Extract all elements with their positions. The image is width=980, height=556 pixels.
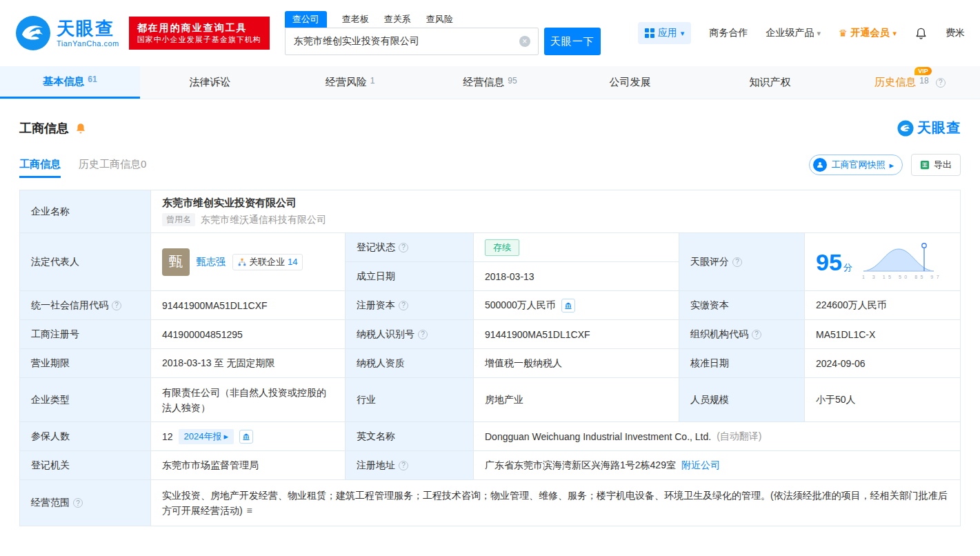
reg-no-label: 工商注册号	[20, 320, 151, 349]
help-icon[interactable]: ?	[112, 301, 121, 310]
search-tab-company[interactable]: 查公司	[285, 11, 327, 28]
english-name-cell: Dongguan Weichuang Industrial Investment…	[474, 422, 960, 451]
link-enterprise-products[interactable]: 企业级产品 ▾	[766, 27, 821, 39]
apps-grid-icon	[645, 28, 654, 38]
apps-button[interactable]: 应用 ▾	[638, 22, 692, 44]
score-value: 95	[816, 249, 842, 275]
promo-banner: 都在用的商业查询工具 国家中小企业发展子基金旗下机构	[129, 17, 270, 50]
brand-domain: TianYanCha.com	[57, 39, 119, 48]
business-term-value: 2018-03-13 至 无固定期限	[151, 349, 346, 378]
taxpayer-no-value: 91441900MA51DL1CXF	[474, 320, 679, 349]
search-tab-risk[interactable]: 查风险	[426, 13, 453, 28]
subtab-business-registration[interactable]: 工商信息	[19, 158, 61, 178]
search-input[interactable]	[285, 28, 539, 55]
legal-rep-avatar[interactable]: 甄	[162, 248, 190, 276]
username[interactable]: 费米	[946, 27, 965, 39]
staff-size-label: 人员规模	[679, 378, 805, 422]
english-name-label: 英文名称	[346, 422, 474, 451]
nearby-companies-link[interactable]: 附近公司	[681, 459, 720, 472]
brand-name: 天眼查	[57, 19, 119, 37]
chevron-down-icon: ▾	[817, 29, 821, 38]
arrow-right-icon: ▸	[889, 160, 894, 170]
address-label: 注册地址 ?	[346, 451, 474, 480]
help-icon[interactable]: ?	[752, 330, 761, 339]
tab-basic-info[interactable]: 基本信息 61	[0, 66, 140, 99]
business-scope-value: 实业投资、房地产开发经营、物业租赁；建筑工程管理服务；工程技术咨询；物业管理、维…	[162, 490, 948, 516]
header-right: 应用 ▾ 商务合作 企业级产品 ▾ ♛ 开通会员 ▾ 费米	[638, 22, 965, 44]
expand-icon[interactable]: ≡	[247, 505, 252, 516]
search-tab-boss[interactable]: 查老板	[342, 13, 369, 28]
authority-value: 东莞市市场监督管理局	[151, 451, 346, 480]
clear-icon[interactable]: ×	[519, 36, 530, 47]
section-title: 工商信息	[19, 120, 69, 137]
search-button[interactable]: 天眼一下	[544, 28, 601, 55]
help-icon[interactable]: ?	[399, 461, 408, 470]
vip-upgrade-button[interactable]: ♛ 开通会员 ▾	[839, 27, 897, 39]
business-info-table: 企业名称 东莞市维创实业投资有限公司 曾用名 东莞市维沃通信科技有限公司 法定代…	[19, 190, 961, 526]
help-icon[interactable]: ?	[399, 301, 408, 310]
industry-label: 行业	[346, 378, 474, 422]
arrow-right-icon: ▸	[224, 431, 229, 441]
business-term-label: 营业期限	[20, 349, 151, 378]
tab-legal-litigation[interactable]: 法律诉讼	[140, 66, 280, 99]
reg-status-cell: 存续	[474, 233, 679, 262]
org-chart-icon	[238, 258, 246, 266]
company-type-value: 有限责任公司（非自然人投资或控股的法人独资）	[151, 378, 346, 422]
approval-date-value: 2024-09-06	[805, 349, 960, 378]
capital-bank-icon[interactable]	[561, 299, 575, 312]
section-brand-logo: 天眼查	[897, 119, 961, 137]
reg-no-value: 441900004851295	[151, 320, 346, 349]
help-icon[interactable]: ?	[418, 330, 428, 339]
help-icon[interactable]: ?	[73, 498, 83, 508]
help-icon[interactable]: ?	[399, 243, 408, 252]
business-scope-label: 经营范围 ?	[20, 480, 151, 526]
help-icon[interactable]: ?	[732, 257, 742, 267]
tab-history-info[interactable]: 历史信息 18 VIP ?	[840, 66, 980, 99]
credit-code-value: 91441900MA51DL1CXF	[151, 291, 346, 320]
svg-text:1 3 15 50 85 97 99 100: 1 3 15 50 85 97 99 100	[862, 275, 939, 279]
tianyancha-logo-icon	[897, 120, 914, 137]
establish-date-label: 成立日期	[346, 262, 474, 291]
monitor-bell-icon[interactable]	[74, 122, 87, 135]
insured-bank-icon[interactable]	[239, 430, 253, 444]
company-name-value: 东莞市维创实业投资有限公司	[162, 197, 297, 210]
apps-label: 应用	[658, 27, 677, 39]
company-type-label: 企业类型	[20, 378, 151, 422]
legal-rep-name-link[interactable]: 甄志强	[197, 256, 226, 268]
establish-date-value: 2018-03-13	[474, 262, 679, 291]
subtab-history-registration[interactable]: 历史工商信息0	[79, 158, 146, 178]
reg-status-label: 登记状态 ?	[346, 233, 474, 262]
tianyancha-logo-icon	[15, 15, 51, 51]
notification-bell-icon[interactable]	[914, 27, 928, 40]
annual-report-tag[interactable]: 2024年报 ▸	[179, 429, 234, 444]
company-nav-tabs: 基本信息 61 法律诉讼 经营风险 1 经营信息 95 公司发展 知识产权 历史…	[0, 66, 980, 99]
search-tab-relation[interactable]: 查关系	[384, 13, 411, 28]
tab-intellectual-property[interactable]: 知识产权	[700, 66, 840, 99]
export-button[interactable]: 导出	[911, 154, 961, 176]
related-companies-tag[interactable]: 关联企业 14	[232, 254, 303, 270]
excel-export-icon	[920, 160, 930, 170]
help-icon[interactable]: ?	[936, 78, 946, 88]
search-tabs: 查公司 查老板 查关系 查风险	[285, 11, 601, 28]
top-header: 天眼查 TianYanCha.com 都在用的商业查询工具 国家中小企业发展子基…	[0, 0, 980, 66]
paid-capital-value: 224600万人民币	[805, 291, 960, 320]
authority-label: 登记机关	[20, 451, 151, 480]
former-name-tag: 曾用名	[162, 213, 195, 226]
main-content: 工商信息 天眼查 工商信息 历史工商信息0 工商官网快照 ▸	[0, 119, 980, 526]
reg-capital-cell: 500000万人民币	[474, 291, 679, 320]
tianyancha-logo[interactable]: 天眼查 TianYanCha.com	[15, 15, 119, 51]
tab-company-development[interactable]: 公司发展	[560, 66, 700, 99]
link-business-cooperation[interactable]: 商务合作	[709, 27, 748, 39]
tab-business-info[interactable]: 经营信息 95	[420, 66, 560, 99]
approval-date-label: 核准日期	[679, 349, 805, 378]
address-value: 广东省东莞市滨海湾新区兴海路1号2栋429室	[485, 459, 676, 472]
company-name-cell: 东莞市维创实业投资有限公司 曾用名 东莞市维沃通信科技有限公司	[151, 190, 960, 233]
legal-rep-cell: 甄 甄志强 关联企业 14	[151, 233, 346, 291]
paid-capital-label: 实缴资本	[679, 291, 805, 320]
industry-value: 房地产业	[474, 378, 679, 422]
insured-count-cell: 12 2024年报 ▸	[151, 422, 346, 451]
official-snapshot-button[interactable]: 工商官网快照 ▸	[809, 155, 903, 175]
auto-translate-note: (自动翻译)	[717, 430, 761, 443]
tab-operating-risk[interactable]: 经营风险 1	[280, 66, 420, 99]
english-name-value: Dongguan Weichuang Industrial Investment…	[485, 431, 711, 442]
